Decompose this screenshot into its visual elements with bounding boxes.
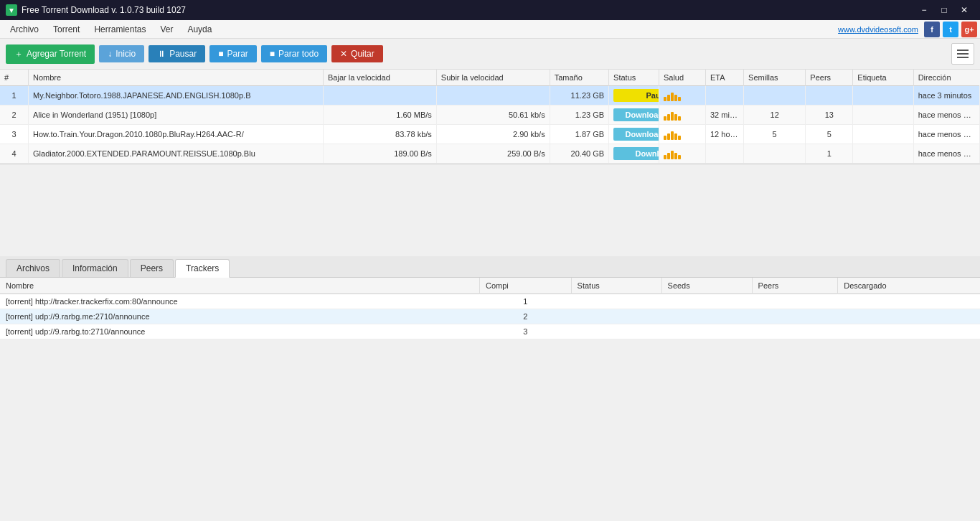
cell-label xyxy=(853,86,913,105)
cell-direction: hace menos de un minuto xyxy=(913,144,979,164)
cell-health xyxy=(659,125,705,144)
tracker-panel: Nombre Compi Status Seeds Peers Descarga… xyxy=(0,278,980,339)
cell-seeds xyxy=(744,86,806,105)
menu-archivo[interactable]: Archivo xyxy=(3,22,46,37)
cell-num: 4 xyxy=(0,144,29,164)
col-direction: Dirección xyxy=(913,70,979,86)
cell-eta xyxy=(705,86,743,105)
tracker-row[interactable]: [torrent] http://tracker.trackerfix.com:… xyxy=(0,294,980,309)
tracker-cell-status xyxy=(571,309,661,324)
menu-herramientas[interactable]: Herramientas xyxy=(87,22,153,37)
tracker-col-downloaded: Descargado xyxy=(838,278,980,294)
cell-direction: hace menos de un minuto xyxy=(913,125,979,144)
close-button[interactable]: ✕ xyxy=(954,0,974,20)
cell-name: How.to.Train.Your.Dragon.2010.1080p.BluR… xyxy=(29,125,324,144)
cell-eta: 12 horas 23 minuto xyxy=(705,125,743,144)
tracker-col-seeds: Seeds xyxy=(661,278,752,294)
quit-button[interactable]: ✕ Quitar xyxy=(331,45,383,62)
col-num: # xyxy=(0,70,29,86)
stop-icon: ■ xyxy=(218,49,223,59)
googleplus-button[interactable]: g+ xyxy=(961,22,977,37)
tracker-cell-downloaded xyxy=(838,309,980,324)
facebook-button[interactable]: f xyxy=(924,22,940,37)
table-header-row: # Nombre Bajar la velocidad Subir la vel… xyxy=(0,70,980,86)
tracker-cell-peers xyxy=(752,309,838,324)
start-icon: ↓ xyxy=(108,49,112,59)
tracker-cell-downloaded xyxy=(838,294,980,309)
tracker-cell-name: [torrent] http://tracker.trackerfix.com:… xyxy=(0,294,479,309)
torrent-tbody: 1 My.Neighbor.Totoro.1988.JAPANESE.AND.E… xyxy=(0,86,980,164)
table-row[interactable]: 4 Gladiator.2000.EXTENDED.PARAMOUNT.REIS… xyxy=(0,144,980,164)
app-title: Free Torrent Download v. 1.0.73 build 10… xyxy=(22,5,914,15)
menu-items: Archivo Torrent Herramientas Ver Auyda xyxy=(3,22,219,37)
pause-button[interactable]: ⏸ Pausar xyxy=(149,45,205,62)
plus-icon: ＋ xyxy=(14,48,23,60)
cell-size: 1.23 GB xyxy=(550,105,608,125)
col-name: Nombre xyxy=(29,70,324,86)
cell-health xyxy=(659,105,705,125)
torrent-table: # Nombre Bajar la velocidad Subir la vel… xyxy=(0,70,980,164)
tab-trackers[interactable]: Trackers xyxy=(175,259,230,278)
col-eta: ETA xyxy=(705,70,743,86)
col-upload-speed: Subir la velocidad xyxy=(436,70,550,86)
tab-informacion[interactable]: Información xyxy=(62,259,128,277)
twitter-button[interactable]: t xyxy=(943,22,958,37)
minimize-button[interactable]: − xyxy=(914,0,934,20)
cell-size: 20.40 GB xyxy=(550,144,608,164)
toolbar: ＋ Agregar Torrent ↓ Inicio ⏸ Pausar ■ Pa… xyxy=(0,39,980,70)
cell-status: Paused xyxy=(609,86,659,105)
tracker-cell-seeds xyxy=(661,324,752,339)
stop-button[interactable]: ■ Parar xyxy=(209,45,257,62)
cell-download-speed: 189.00 B/s xyxy=(324,144,437,164)
col-label: Etiqueta xyxy=(853,70,913,86)
table-row[interactable]: 1 My.Neighbor.Totoro.1988.JAPANESE.AND.E… xyxy=(0,86,980,105)
menu-ver[interactable]: Ver xyxy=(153,22,180,37)
cell-upload-speed: 50.61 kb/s xyxy=(436,105,550,125)
torrent-list-area: # Nombre Bajar la velocidad Subir la vel… xyxy=(0,70,980,256)
start-button[interactable]: ↓ Inicio xyxy=(99,45,144,62)
menubar: Archivo Torrent Herramientas Ver Auyda w… xyxy=(0,20,980,39)
tracker-col-peers: Peers xyxy=(752,278,838,294)
cell-num: 1 xyxy=(0,86,29,105)
tab-peers[interactable]: Peers xyxy=(130,259,174,277)
menu-auyda[interactable]: Auyda xyxy=(180,22,219,37)
table-row[interactable]: 2 Alice in Wonderland (1951) [1080p] 1.6… xyxy=(0,105,980,125)
cell-num: 2 xyxy=(0,105,29,125)
hamburger-button[interactable] xyxy=(951,43,974,65)
stop-all-button[interactable]: ■ Parar todo xyxy=(261,45,327,62)
tracker-row[interactable]: [torrent] udp://9.rarbg.me:2710/announce… xyxy=(0,309,980,324)
cell-seeds: 12 xyxy=(744,105,806,125)
dvd-link[interactable]: www.dvdvideosoft.com xyxy=(838,25,918,34)
titlebar: ▼ Free Torrent Download v. 1.0.73 build … xyxy=(0,0,980,20)
health-bar xyxy=(664,90,701,101)
cell-label xyxy=(853,125,913,144)
cell-direction: hace 3 minutos xyxy=(913,86,979,105)
cell-status: Downloading 0.0% xyxy=(609,125,659,144)
tracker-row[interactable]: [torrent] udp://9.rarbg.to:2710/announce… xyxy=(0,324,980,339)
col-seeds: Semillas xyxy=(744,70,806,86)
tracker-cell-compi: 2 xyxy=(479,309,571,324)
tab-archivos[interactable]: Archivos xyxy=(6,259,60,277)
tracker-cell-peers xyxy=(752,294,838,309)
health-bar xyxy=(664,109,701,121)
cell-peers: 5 xyxy=(806,125,853,144)
table-row[interactable]: 3 How.to.Train.Your.Dragon.2010.1080p.Bl… xyxy=(0,125,980,144)
app-icon: ▼ xyxy=(6,4,17,16)
menu-torrent[interactable]: Torrent xyxy=(46,22,87,37)
cell-seeds xyxy=(744,144,806,164)
cell-peers: 13 xyxy=(806,105,853,125)
cell-name: Alice in Wonderland (1951) [1080p] xyxy=(29,105,324,125)
col-peers: Peers xyxy=(806,70,853,86)
restore-button[interactable]: □ xyxy=(934,0,954,20)
tracker-cell-seeds xyxy=(661,294,752,309)
cell-eta xyxy=(705,144,743,164)
cell-status: Downloading xyxy=(609,144,659,164)
quit-icon: ✕ xyxy=(340,49,347,59)
tabs-bar: Archivos Información Peers Trackers xyxy=(0,256,980,278)
cell-num: 3 xyxy=(0,125,29,144)
col-status: Status xyxy=(609,70,659,86)
tracker-col-name: Nombre xyxy=(0,278,479,294)
add-torrent-button[interactable]: ＋ Agregar Torrent xyxy=(6,44,95,64)
tracker-col-status: Status xyxy=(571,278,661,294)
cell-label xyxy=(853,105,913,125)
